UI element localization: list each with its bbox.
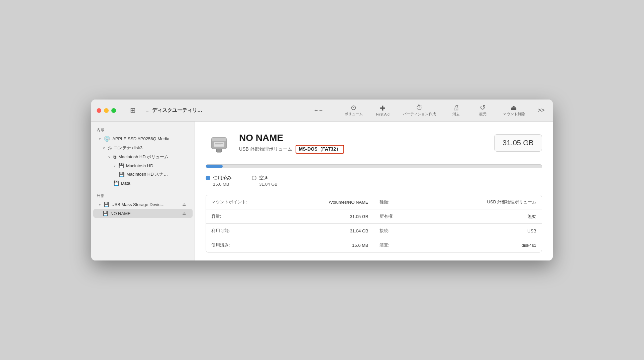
partition-label: パーティション作成	[403, 112, 436, 117]
unmount-button[interactable]: ⏏ マウント解除	[500, 103, 528, 118]
device-label: 装置:	[380, 242, 390, 248]
usb-storage-icon: 💾	[104, 202, 109, 207]
sidebar-item-no-name[interactable]: 💾 NO NAME ⏏	[93, 209, 193, 218]
type-label: 種類:	[380, 199, 390, 205]
restore-label: 復元	[479, 112, 487, 117]
volume-button[interactable]: ⊙ ボリューム	[341, 103, 366, 118]
close-button[interactable]	[97, 108, 101, 113]
ownership-value: 無効	[528, 213, 536, 219]
info-cell-used: 使用済み: 15.6 MB	[206, 238, 374, 252]
minimize-button[interactable]	[104, 108, 109, 113]
maximize-button[interactable]	[111, 108, 116, 113]
volume-add-remove-group[interactable]: + −	[312, 106, 325, 115]
free-item: 空き 31.04 GB	[252, 175, 278, 187]
disk-name: NO NAME	[239, 132, 488, 144]
unmount-label: マウント解除	[503, 112, 525, 117]
sidebar-item-macintosh-hd[interactable]: ∨ 💾 Macintosh HD	[93, 162, 193, 170]
sidebar-item-macintosh-hd-snap[interactable]: 💾 Macintosh HD スナ…	[93, 170, 193, 179]
info-cell-device: 装置: disk4s1	[374, 238, 542, 252]
chevron-icon: ∨	[99, 137, 101, 141]
traffic-lights	[97, 108, 116, 113]
volume-label: ボリューム	[344, 112, 363, 117]
data-icon: 💾	[113, 180, 119, 186]
used-dot	[206, 176, 210, 180]
capacity-label: 容量:	[211, 213, 221, 219]
usage-legend: 使用済み 15.6 MB 空き 31.04 GB	[206, 175, 542, 187]
toolbar-divider-1	[333, 104, 333, 117]
window-title: ディスクユーティリ…	[152, 107, 202, 114]
disk-image	[206, 130, 232, 156]
partition-button[interactable]: ⏱ パーティション作成	[400, 103, 439, 118]
more-button[interactable]: >>	[535, 106, 547, 115]
connection-value: USB	[527, 228, 536, 233]
usage-progress-fill	[206, 165, 223, 168]
info-row-1: マウントポイント: /Volumes/NO NAME 種類: USB 外部物理ボ…	[206, 195, 542, 209]
apple-ssd-icon: 💿	[104, 136, 110, 142]
info-cell-connection: 接続: USB	[374, 224, 542, 238]
free-label: 空き	[259, 175, 278, 181]
used-info-label: 使用済み:	[211, 242, 230, 248]
toolbar-title-group: ⊞ ⌄ ディスクユーティリ…	[123, 106, 202, 116]
disk-info: NO NAME USB 外部物理ボリューム MS-DOS（FAT32）	[239, 132, 488, 154]
erase-label: 消去	[452, 112, 460, 117]
chevron-icon: ∨	[108, 155, 110, 159]
info-cell-type: 種類: USB 外部物理ボリューム	[374, 195, 542, 209]
mountpoint-label: マウントポイント:	[211, 199, 247, 205]
used-label: 使用済み	[213, 175, 232, 181]
available-label: 利用可能:	[211, 228, 230, 234]
sidebar-item-container-disk3[interactable]: ∨ ◎ コンテナ disk3	[93, 144, 193, 152]
mountpoint-value: /Volumes/NO NAME	[329, 200, 368, 205]
type-value: USB 外部物理ボリューム	[487, 199, 536, 205]
used-info-value: 15.6 MB	[352, 243, 368, 248]
disk-utility-window: ⊞ ⌄ ディスクユーティリ… + − ⊙ ボリューム ✚ First Aid ⏱…	[91, 100, 553, 260]
volume-icon: ⊙	[351, 104, 356, 111]
used-value: 15.6 MB	[213, 182, 232, 187]
remove-icon: −	[319, 108, 323, 114]
disk-subtitle-text: USB 外部物理ボリューム	[239, 146, 292, 152]
sidebar-item-data[interactable]: 💾 Data	[93, 179, 193, 187]
firstaid-button[interactable]: ✚ First Aid	[373, 104, 393, 118]
macintosh-hd-icon: 💾	[118, 163, 124, 168]
available-value: 31.04 GB	[350, 228, 368, 233]
usb-storage-label: USB Mass Storage Devic…	[111, 202, 179, 207]
info-cell-mountpoint: マウントポイント: /Volumes/NO NAME	[206, 195, 374, 209]
ownership-label: 所有権:	[380, 213, 394, 219]
macintosh-hd-label: Macintosh HD	[126, 163, 187, 168]
no-name-icon: 💾	[103, 211, 108, 216]
sidebar-item-macintosh-hd-volume[interactable]: ∨ ⧉ Macintosh HD ボリューム	[93, 153, 193, 161]
used-text: 使用済み 15.6 MB	[213, 175, 232, 187]
chevron-icon: ∨	[113, 164, 116, 168]
disk-subtitle: USB 外部物理ボリューム MS-DOS（FAT32）	[239, 145, 488, 154]
sidebar-item-usb-storage[interactable]: ∨ 💾 USB Mass Storage Devic… ⏏	[93, 200, 193, 209]
container-disk3-icon: ◎	[108, 145, 112, 151]
internal-section-label: 内蔵	[91, 126, 195, 134]
sidebar-toggle-icon: ⊞	[130, 107, 136, 114]
disk-size-badge: 31.05 GB	[494, 134, 542, 152]
free-dot	[252, 176, 256, 180]
no-name-label: NO NAME	[110, 211, 179, 216]
macintosh-hd-snap-icon: 💾	[119, 172, 124, 177]
no-name-eject-button[interactable]: ⏏	[181, 210, 187, 216]
usage-progress-bar	[206, 164, 542, 168]
unmount-icon: ⏏	[511, 104, 517, 111]
erase-button[interactable]: 🖨 消去	[446, 103, 466, 118]
usb-storage-eject-button[interactable]: ⏏	[181, 201, 187, 207]
usb-drive-svg	[207, 131, 231, 155]
restore-button[interactable]: ↺ 復元	[473, 103, 493, 118]
disk-header: NO NAME USB 外部物理ボリューム MS-DOS（FAT32） 31.0…	[206, 130, 542, 156]
macintosh-hd-volume-icon: ⧉	[113, 154, 116, 160]
connection-label: 接続:	[380, 228, 390, 234]
used-item: 使用済み 15.6 MB	[206, 175, 232, 187]
restore-icon: ↺	[480, 104, 486, 111]
info-cell-available: 利用可能: 31.04 GB	[206, 224, 374, 238]
firstaid-label: First Aid	[376, 112, 390, 116]
sidebar: 内蔵 ∨ 💿 APPLE SSD AP0256Q Media ∨ ◎ コンテナ …	[91, 122, 195, 260]
chevron-icon: ∨	[99, 203, 101, 206]
external-section-label: 外部	[91, 191, 195, 200]
info-grid: マウントポイント: /Volumes/NO NAME 種類: USB 外部物理ボ…	[206, 195, 542, 252]
sidebar-toggle-button[interactable]: ⊞	[123, 106, 143, 116]
info-row-2: 容量: 31.05 GB 所有権: 無効	[206, 209, 542, 224]
sidebar-item-apple-ssd[interactable]: ∨ 💿 APPLE SSD AP0256Q Media	[93, 134, 193, 143]
free-value: 31.04 GB	[259, 182, 278, 187]
info-row-3: 利用可能: 31.04 GB 接続: USB	[206, 224, 542, 238]
